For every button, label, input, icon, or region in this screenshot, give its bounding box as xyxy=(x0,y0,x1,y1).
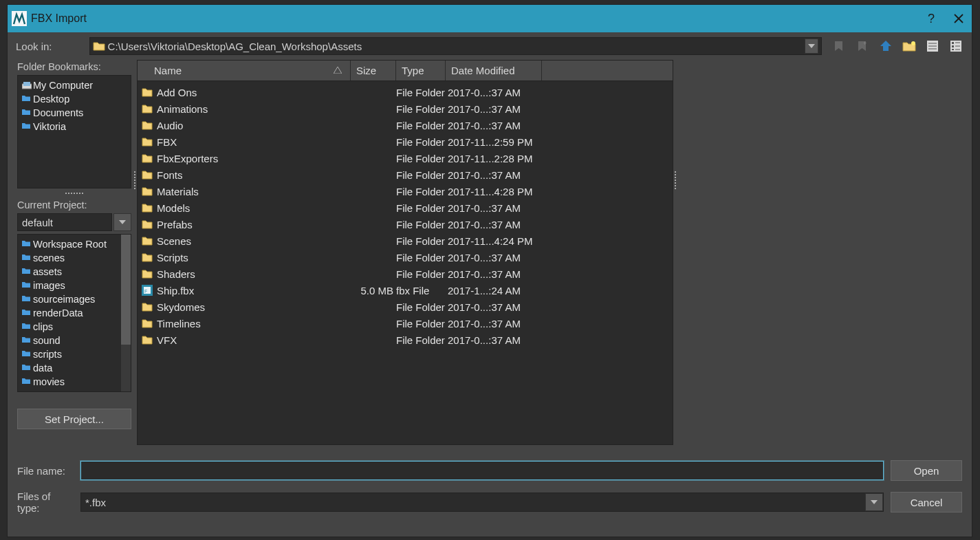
file-row[interactable]: TimelinesFile Folder2017-0...:37 AM xyxy=(138,315,673,332)
filetype-select[interactable]: *.fbx xyxy=(80,493,884,512)
folder-icon xyxy=(22,95,30,103)
workspace-item[interactable]: Workspace Root xyxy=(22,237,127,251)
file-date: 2017-0...:37 AM xyxy=(448,334,565,346)
file-type: File Folder xyxy=(396,103,448,115)
folder-icon xyxy=(22,350,30,358)
bookmarks-panel[interactable]: My ComputerDesktopDocumentsViktoria xyxy=(17,75,131,188)
folder-icon xyxy=(140,269,154,279)
svg-marker-28 xyxy=(871,500,878,504)
file-date: 2017-0...:37 AM xyxy=(448,318,565,330)
col-date[interactable]: Date Modified xyxy=(446,61,542,80)
svg-point-9 xyxy=(911,41,915,45)
up-folder-icon[interactable] xyxy=(878,39,893,54)
bookmark-back-icon[interactable] xyxy=(831,39,847,54)
file-date: 2017-0...:37 AM xyxy=(448,103,565,115)
bookmark-label: Viktoria xyxy=(33,120,66,133)
workspace-panel[interactable]: Workspace Rootscenesassetsimagessourceim… xyxy=(17,234,131,392)
folder-icon xyxy=(140,318,154,328)
file-row[interactable]: SkydomesFile Folder2017-0...:37 AM xyxy=(138,299,673,315)
file-row[interactable]: Add OnsFile Folder2017-0...:37 AM xyxy=(138,84,673,100)
bookmark-item[interactable]: Viktoria xyxy=(22,120,127,133)
file-row[interactable]: PrefabsFile Folder2017-0...:37 AM xyxy=(138,216,673,233)
list-view-icon[interactable] xyxy=(925,39,940,54)
file-name: VFX xyxy=(154,334,351,346)
path-dropdown-button[interactable] xyxy=(805,39,818,54)
project-label: Current Project: xyxy=(17,199,131,210)
open-button[interactable]: Open xyxy=(891,460,962,481)
help-button[interactable]: ? xyxy=(919,5,946,32)
bookmark-add-icon[interactable]: + xyxy=(855,39,870,54)
folder-icon xyxy=(22,295,30,303)
workspace-label: data xyxy=(33,361,52,375)
filename-input[interactable] xyxy=(80,461,884,480)
workspace-item[interactable]: assets xyxy=(22,265,127,279)
bookmark-item[interactable]: Desktop xyxy=(22,92,127,106)
workspace-label: images xyxy=(33,279,65,292)
sort-asc-icon xyxy=(334,67,342,74)
col-type[interactable]: Type xyxy=(396,61,446,80)
workspace-label: movies xyxy=(33,375,65,389)
path-text: C:\Users\Viktoria\Desktop\AG_Clean_Works… xyxy=(108,41,802,52)
resize-grip-right-icon[interactable] xyxy=(673,170,677,191)
bottom-panel: File name: Open Files of type: *.fbx Can… xyxy=(8,452,972,522)
file-name: Ship.fbx xyxy=(154,285,351,296)
file-row[interactable]: ModelsFile Folder2017-0...:37 AM xyxy=(138,199,673,216)
workspace-item[interactable]: scenes xyxy=(22,251,127,265)
bookmark-item[interactable]: Documents xyxy=(22,106,127,120)
svg-marker-5 xyxy=(835,41,842,51)
file-row[interactable]: ScenesFile Folder2017-11...4:24 PM xyxy=(138,233,673,249)
file-row[interactable]: MaterialsFile Folder2017-11...4:28 PM xyxy=(138,183,673,199)
file-type: File Folder xyxy=(396,87,448,98)
file-name: Shaders xyxy=(154,268,351,280)
path-field[interactable]: C:\Users\Viktoria\Desktop\AG_Clean_Works… xyxy=(89,37,822,55)
new-folder-icon[interactable] xyxy=(902,39,917,54)
close-button[interactable] xyxy=(946,5,972,32)
detail-view-icon[interactable] xyxy=(948,39,963,54)
file-name: Scenes xyxy=(154,235,351,247)
titlebar[interactable]: FBX Import ? xyxy=(8,5,972,32)
col-name[interactable]: Name xyxy=(138,61,351,80)
file-row[interactable]: ShadersFile Folder2017-0...:37 AM xyxy=(138,266,673,282)
file-type: File Folder xyxy=(396,219,448,230)
col-size[interactable]: Size xyxy=(351,61,396,80)
bookmark-item[interactable]: My Computer xyxy=(22,78,127,92)
project-dropdown-button[interactable] xyxy=(113,213,131,231)
workspace-item[interactable]: scripts xyxy=(22,347,127,361)
file-row[interactable]: FontsFile Folder2017-0...:37 AM xyxy=(138,166,673,183)
workspace-item[interactable]: sound xyxy=(22,334,127,347)
file-date: 2017-0...:37 AM xyxy=(448,268,565,280)
svg-marker-23 xyxy=(119,220,126,224)
fbx-import-dialog: FBX Import ? Look in: C:\Users\Viktoria\… xyxy=(7,4,972,537)
file-row[interactable]: ScriptsFile Folder2017-0...:37 AM xyxy=(138,249,673,266)
set-project-button[interactable]: Set Project... xyxy=(17,409,131,429)
workspace-label: clips xyxy=(33,320,53,334)
file-row[interactable]: AnimationsFile Folder2017-0...:37 AM xyxy=(138,100,673,117)
resize-grip-left-icon[interactable] xyxy=(133,170,137,191)
workspace-item[interactable]: renderData xyxy=(22,306,127,320)
workspace-item[interactable]: images xyxy=(22,279,127,292)
file-row[interactable]: FbxExportersFile Folder2017-11...2:28 PM xyxy=(138,150,673,166)
workspace-item[interactable]: clips xyxy=(22,320,127,334)
scrollbar-thumb[interactable] xyxy=(121,235,131,345)
resize-grip-icon[interactable] xyxy=(17,191,131,195)
svg-text:?: ? xyxy=(928,12,935,25)
workspace-label: scenes xyxy=(33,251,65,265)
workspace-item[interactable]: movies xyxy=(22,375,127,389)
filetype-dropdown-button[interactable] xyxy=(865,493,883,511)
folder-icon xyxy=(140,170,154,180)
file-type: File Folder xyxy=(396,202,448,214)
workspace-item[interactable]: sourceimages xyxy=(22,292,127,306)
workspace-item[interactable]: data xyxy=(22,361,127,375)
project-select[interactable]: default xyxy=(17,213,112,231)
file-list-panel: Name Size Type Date Modified Add OnsFile… xyxy=(137,60,673,445)
file-row[interactable]: FBXFile Folder2017-11...2:59 PM xyxy=(138,133,673,150)
svg-marker-24 xyxy=(334,67,342,74)
file-row[interactable]: FShip.fbx5.0 MBfbx File2017-1...:24 AM xyxy=(138,282,673,299)
file-row[interactable]: VFXFile Folder2017-0...:37 AM xyxy=(138,332,673,348)
filetype-label: Files of type: xyxy=(17,490,74,514)
file-date: 2017-11...2:59 PM xyxy=(448,136,565,148)
svg-text:+: + xyxy=(863,40,867,47)
cancel-button[interactable]: Cancel xyxy=(891,492,962,512)
workspace-label: sourceimages xyxy=(33,292,95,306)
file-row[interactable]: AudioFile Folder2017-0...:37 AM xyxy=(138,117,673,133)
